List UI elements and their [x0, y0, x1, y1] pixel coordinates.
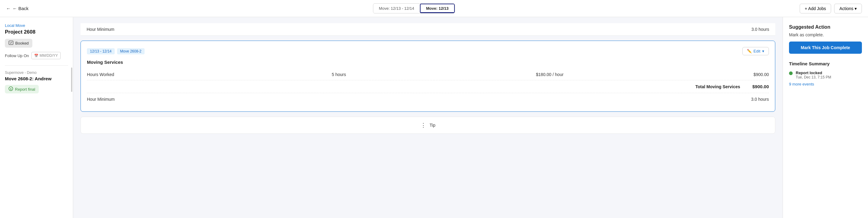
card-date-badge: 12/13 - 12/14: [87, 48, 115, 54]
sidebar: Local Move Project 2608 Booked Follow Up…: [0, 17, 73, 218]
content-area: Hour Minimum 3.0 hours 12/13 - 12/14 Mov…: [73, 17, 783, 218]
tip-dots-icon[interactable]: ⋮: [421, 122, 426, 129]
booked-icon: [8, 40, 13, 46]
total-value: $900.00: [752, 84, 769, 89]
sidebar-project-section: Local Move Project 2608 Booked Follow Up…: [5, 23, 68, 59]
timeline-dot: [789, 72, 793, 75]
sidebar-company-label: Supermove - Demo: [5, 71, 68, 75]
tip-row: ⋮ Tip: [81, 117, 775, 134]
topbar: ← ← Back Move: 12/13 - 12/14 Move: 12/13…: [0, 0, 868, 17]
timeline-content: Report locked Tue, Dec 13, 7:15 PM: [796, 71, 831, 79]
card-move-badge: Move 2608-2: [117, 48, 145, 54]
svg-text:$: $: [10, 88, 11, 90]
hours-worked-rate: $180.00 / hour: [536, 72, 563, 77]
tab-group: Move: 12/13 - 12/14 Move: 12/13: [373, 3, 455, 13]
add-jobs-button[interactable]: + Add Jobs: [800, 4, 831, 13]
timeline-event-label: Report locked: [796, 71, 831, 75]
mark-complete-button[interactable]: Mark This Job Complete: [789, 42, 862, 54]
card-badges: 12/13 - 12/14 Move 2608-2: [87, 48, 145, 54]
top-hour-minimum-value: 3.0 hours: [751, 27, 769, 32]
card-hour-minimum-label: Hour Minimum: [87, 97, 115, 102]
hours-worked-qty: 5 hours: [332, 72, 346, 77]
sidebar-project-title: Project 2608: [5, 29, 68, 35]
card-hour-minimum-value: 3.0 hours: [751, 97, 769, 102]
total-row: Total Moving Services $900.00: [87, 80, 769, 93]
back-button[interactable]: ← ← Back: [6, 6, 29, 11]
back-arrow-icon: ←: [6, 6, 11, 11]
back-label: ← Back: [12, 6, 29, 11]
edit-pencil-icon: ✏️: [747, 49, 752, 53]
booked-badge: Booked: [5, 39, 32, 48]
top-hour-minimum-label: Hour Minimum: [87, 27, 114, 32]
sidebar-move-title: Move 2608-2: Andrew: [5, 76, 68, 81]
right-panel: Suggested Action Mark as complete. Mark …: [783, 17, 868, 218]
date-placeholder: MM/DD/YY: [40, 53, 58, 58]
card-section-title: Moving Services: [87, 59, 769, 65]
actions-button[interactable]: Actions ▾: [834, 4, 862, 13]
hours-worked-label: Hours Worked: [87, 72, 142, 77]
sidebar-local-move-label: Local Move: [5, 23, 68, 28]
suggested-action-title: Suggested Action: [789, 24, 862, 30]
mark-complete-desc: Mark as complete.: [789, 32, 862, 37]
card-hour-minimum-row: Hour Minimum 3.0 hours: [87, 93, 769, 105]
edit-button[interactable]: ✏️ Edit ▾: [742, 47, 769, 55]
sidebar-divider: [5, 65, 68, 66]
topbar-right: + Add Jobs Actions ▾: [800, 4, 862, 13]
date-input[interactable]: 📅 MM/DD/YY: [31, 52, 61, 59]
edit-chevron-down-icon: ▾: [762, 49, 764, 53]
service-card: 12/13 - 12/14 Move 2608-2 ✏️ Edit ▾ Movi…: [81, 40, 775, 112]
timeline-item: Report locked Tue, Dec 13, 7:15 PM: [789, 71, 862, 79]
dollar-icon: $: [8, 86, 13, 92]
follow-up-row: Follow Up On 📅 MM/DD/YY: [5, 52, 68, 59]
report-final-label: Report final: [15, 87, 35, 91]
total-label: Total Moving Services: [695, 84, 740, 89]
sidebar-scrollbar[interactable]: [71, 67, 72, 92]
topbar-left: ← ← Back: [6, 6, 29, 11]
tab-move-date[interactable]: Move: 12/13: [420, 4, 455, 13]
edit-label: Edit: [754, 49, 760, 53]
tab-move-range[interactable]: Move: 12/13 - 12/14: [373, 4, 420, 12]
follow-up-label: Follow Up On: [5, 53, 29, 58]
hours-worked-total: $900.00: [753, 72, 769, 77]
top-hour-minimum-row: Hour Minimum 3.0 hours: [81, 23, 775, 36]
sidebar-move-section: Supermove - Demo Move 2608-2: Andrew $ R…: [5, 71, 68, 93]
more-events-link[interactable]: 9 more events: [789, 82, 862, 86]
booked-label: Booked: [15, 41, 29, 46]
tip-label: Tip: [430, 123, 436, 128]
timeline-event-time: Tue, Dec 13, 7:15 PM: [796, 75, 831, 79]
calendar-icon: 📅: [34, 54, 38, 58]
main-layout: Local Move Project 2608 Booked Follow Up…: [0, 17, 868, 218]
card-header: 12/13 - 12/14 Move 2608-2 ✏️ Edit ▾: [87, 47, 769, 55]
timeline-title: Timeline Summary: [789, 61, 862, 66]
hours-worked-row: Hours Worked 5 hours $180.00 / hour $900…: [87, 69, 769, 80]
report-final-badge[interactable]: $ Report final: [5, 85, 39, 93]
